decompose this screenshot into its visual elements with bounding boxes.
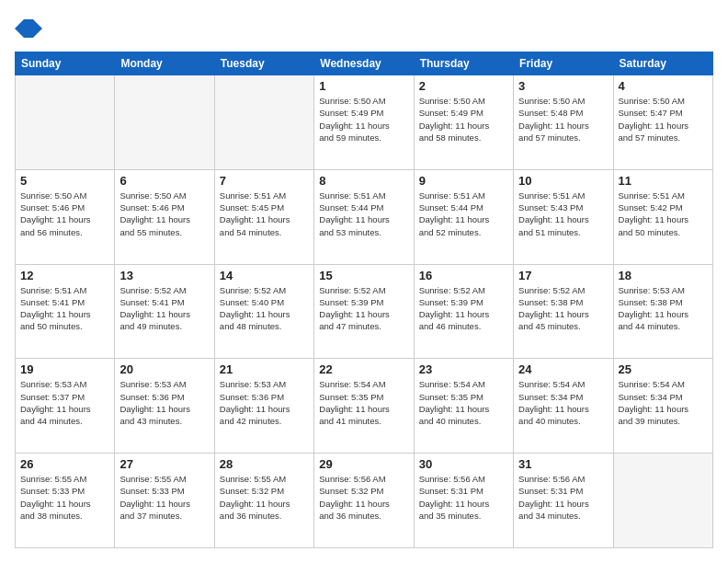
weekday-header-monday: Monday [115, 52, 214, 75]
weekday-header-tuesday: Tuesday [214, 52, 313, 75]
weekday-header-row: SundayMondayTuesdayWednesdayThursdayFrid… [16, 52, 713, 75]
week-row-0: 1Sunrise: 5:50 AMSunset: 5:49 PMDaylight… [16, 75, 713, 170]
day-number: 9 [419, 174, 508, 188]
day-info: Sunrise: 5:54 AMSunset: 5:34 PMDaylight:… [518, 378, 608, 427]
calendar-cell: 7Sunrise: 5:51 AMSunset: 5:45 PMDaylight… [214, 169, 313, 264]
logo-icon [15, 15, 42, 42]
day-info: Sunrise: 5:54 AMSunset: 5:35 PMDaylight:… [419, 378, 508, 427]
calendar-cell: 17Sunrise: 5:52 AMSunset: 5:38 PMDayligh… [514, 264, 613, 359]
day-number: 18 [619, 269, 708, 282]
day-number: 22 [319, 362, 408, 376]
day-info: Sunrise: 5:50 AMSunset: 5:48 PMDaylight:… [518, 95, 608, 144]
day-info: Sunrise: 5:56 AMSunset: 5:32 PMDaylight:… [319, 473, 408, 522]
day-number: 2 [419, 79, 508, 93]
week-row-3: 19Sunrise: 5:53 AMSunset: 5:37 PMDayligh… [16, 359, 713, 454]
calendar-cell: 4Sunrise: 5:50 AMSunset: 5:47 PMDaylight… [613, 75, 712, 170]
day-number: 19 [20, 362, 109, 376]
day-number: 8 [319, 174, 408, 188]
calendar-cell: 3Sunrise: 5:50 AMSunset: 5:48 PMDaylight… [514, 75, 613, 170]
calendar-cell: 2Sunrise: 5:50 AMSunset: 5:49 PMDaylight… [414, 75, 513, 170]
calendar-cell: 25Sunrise: 5:54 AMSunset: 5:34 PMDayligh… [613, 359, 712, 454]
day-number: 1 [319, 79, 408, 93]
calendar-cell: 12Sunrise: 5:51 AMSunset: 5:41 PMDayligh… [16, 264, 115, 359]
day-info: Sunrise: 5:51 AMSunset: 5:44 PMDaylight:… [419, 190, 508, 238]
day-number: 15 [319, 269, 408, 282]
calendar-cell: 20Sunrise: 5:53 AMSunset: 5:36 PMDayligh… [115, 359, 214, 454]
weekday-header-thursday: Thursday [414, 52, 513, 75]
day-number: 27 [119, 457, 209, 471]
page: SundayMondayTuesdayWednesdayThursdayFrid… [0, 0, 728, 563]
day-number: 17 [518, 269, 608, 282]
day-info: Sunrise: 5:51 AMSunset: 5:41 PMDaylight:… [20, 284, 109, 333]
day-info: Sunrise: 5:51 AMSunset: 5:42 PMDaylight:… [619, 190, 708, 238]
calendar-cell [16, 75, 115, 170]
week-row-2: 12Sunrise: 5:51 AMSunset: 5:41 PMDayligh… [16, 264, 713, 359]
day-number: 10 [518, 174, 608, 188]
calendar-cell: 26Sunrise: 5:55 AMSunset: 5:33 PMDayligh… [16, 454, 115, 548]
logo [15, 15, 46, 42]
day-info: Sunrise: 5:51 AMSunset: 5:44 PMDaylight:… [319, 190, 408, 238]
calendar-cell: 10Sunrise: 5:51 AMSunset: 5:43 PMDayligh… [514, 169, 613, 264]
calendar-cell: 24Sunrise: 5:54 AMSunset: 5:34 PMDayligh… [514, 359, 613, 454]
weekday-header-sunday: Sunday [16, 52, 115, 75]
day-info: Sunrise: 5:55 AMSunset: 5:32 PMDaylight:… [220, 473, 309, 522]
calendar-cell: 31Sunrise: 5:56 AMSunset: 5:31 PMDayligh… [514, 454, 613, 548]
week-row-1: 5Sunrise: 5:50 AMSunset: 5:46 PMDaylight… [16, 169, 713, 264]
day-info: Sunrise: 5:50 AMSunset: 5:49 PMDaylight:… [319, 95, 408, 144]
day-info: Sunrise: 5:56 AMSunset: 5:31 PMDaylight:… [518, 473, 608, 522]
day-info: Sunrise: 5:51 AMSunset: 5:43 PMDaylight:… [518, 190, 608, 238]
day-info: Sunrise: 5:56 AMSunset: 5:31 PMDaylight:… [419, 473, 508, 522]
day-info: Sunrise: 5:52 AMSunset: 5:39 PMDaylight:… [419, 284, 508, 333]
day-number: 11 [619, 174, 708, 188]
calendar-cell: 23Sunrise: 5:54 AMSunset: 5:35 PMDayligh… [414, 359, 513, 454]
calendar-cell: 5Sunrise: 5:50 AMSunset: 5:46 PMDaylight… [16, 169, 115, 264]
day-number: 4 [619, 79, 708, 93]
day-info: Sunrise: 5:53 AMSunset: 5:36 PMDaylight:… [119, 378, 209, 427]
day-number: 28 [220, 457, 309, 471]
day-number: 23 [419, 362, 508, 376]
day-info: Sunrise: 5:52 AMSunset: 5:40 PMDaylight:… [220, 284, 309, 333]
day-info: Sunrise: 5:52 AMSunset: 5:41 PMDaylight:… [119, 284, 209, 333]
calendar-cell: 16Sunrise: 5:52 AMSunset: 5:39 PMDayligh… [414, 264, 513, 359]
day-number: 21 [220, 362, 309, 376]
day-info: Sunrise: 5:54 AMSunset: 5:34 PMDaylight:… [619, 378, 708, 427]
day-number: 12 [20, 269, 109, 282]
day-number: 13 [119, 269, 209, 282]
day-number: 5 [20, 174, 109, 188]
calendar-cell [214, 75, 313, 170]
calendar-cell: 18Sunrise: 5:53 AMSunset: 5:38 PMDayligh… [613, 264, 712, 359]
weekday-header-wednesday: Wednesday [314, 52, 414, 75]
calendar-cell: 1Sunrise: 5:50 AMSunset: 5:49 PMDaylight… [314, 75, 414, 170]
calendar-cell [115, 75, 214, 170]
calendar-table: SundayMondayTuesdayWednesdayThursdayFrid… [15, 52, 713, 548]
day-info: Sunrise: 5:50 AMSunset: 5:46 PMDaylight:… [119, 190, 209, 238]
calendar-cell: 8Sunrise: 5:51 AMSunset: 5:44 PMDaylight… [314, 169, 414, 264]
week-row-4: 26Sunrise: 5:55 AMSunset: 5:33 PMDayligh… [16, 454, 713, 548]
calendar-cell: 14Sunrise: 5:52 AMSunset: 5:40 PMDayligh… [214, 264, 313, 359]
calendar-cell: 15Sunrise: 5:52 AMSunset: 5:39 PMDayligh… [314, 264, 414, 359]
day-info: Sunrise: 5:52 AMSunset: 5:38 PMDaylight:… [518, 284, 608, 333]
day-info: Sunrise: 5:50 AMSunset: 5:49 PMDaylight:… [419, 95, 508, 144]
day-info: Sunrise: 5:50 AMSunset: 5:46 PMDaylight:… [20, 190, 109, 238]
day-info: Sunrise: 5:51 AMSunset: 5:45 PMDaylight:… [220, 190, 309, 238]
calendar-cell: 22Sunrise: 5:54 AMSunset: 5:35 PMDayligh… [314, 359, 414, 454]
day-number: 6 [119, 174, 209, 188]
weekday-header-saturday: Saturday [613, 52, 712, 75]
calendar-cell: 29Sunrise: 5:56 AMSunset: 5:32 PMDayligh… [314, 454, 414, 548]
day-number: 3 [518, 79, 608, 93]
calendar-cell: 30Sunrise: 5:56 AMSunset: 5:31 PMDayligh… [414, 454, 513, 548]
day-number: 20 [119, 362, 209, 376]
weekday-header-friday: Friday [514, 52, 613, 75]
calendar-cell: 9Sunrise: 5:51 AMSunset: 5:44 PMDaylight… [414, 169, 513, 264]
day-number: 7 [220, 174, 309, 188]
day-number: 31 [518, 457, 608, 471]
day-info: Sunrise: 5:52 AMSunset: 5:39 PMDaylight:… [319, 284, 408, 333]
calendar-cell: 6Sunrise: 5:50 AMSunset: 5:46 PMDaylight… [115, 169, 214, 264]
day-number: 25 [619, 362, 708, 376]
calendar-cell: 11Sunrise: 5:51 AMSunset: 5:42 PMDayligh… [613, 169, 712, 264]
day-number: 30 [419, 457, 508, 471]
day-info: Sunrise: 5:55 AMSunset: 5:33 PMDaylight:… [119, 473, 209, 522]
day-number: 29 [319, 457, 408, 471]
day-number: 24 [518, 362, 608, 376]
day-info: Sunrise: 5:53 AMSunset: 5:37 PMDaylight:… [20, 378, 109, 427]
